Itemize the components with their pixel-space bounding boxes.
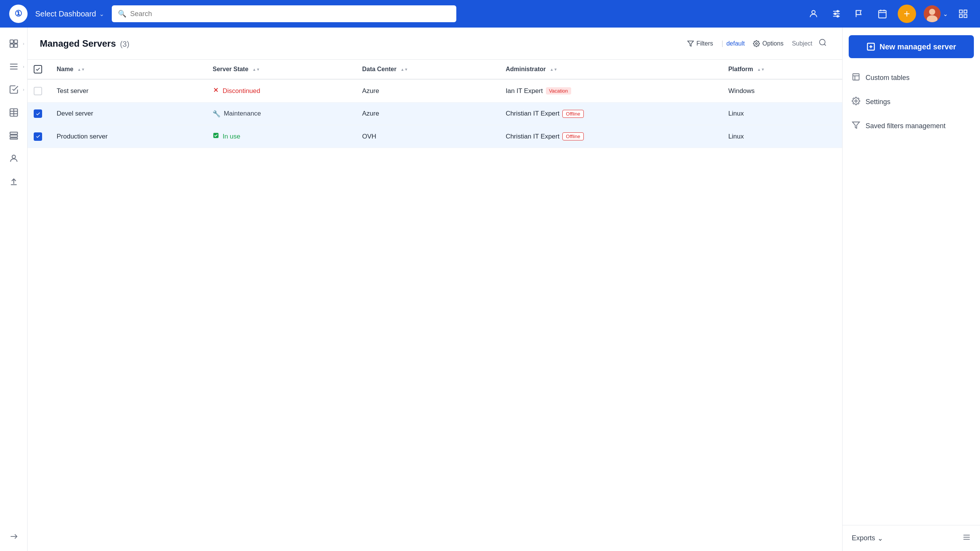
svg-rect-19 bbox=[10, 40, 13, 43]
row-admin: Christian IT ExpertOffline bbox=[500, 125, 722, 148]
select-all-header[interactable] bbox=[28, 60, 51, 79]
user-avatar-area[interactable]: ⌄ bbox=[924, 5, 948, 22]
sidebar-item-grid[interactable] bbox=[2, 103, 25, 122]
svg-rect-16 bbox=[964, 10, 967, 13]
subject-text: Subject bbox=[792, 40, 812, 47]
new-server-button[interactable]: New managed server bbox=[849, 35, 974, 58]
svg-marker-50 bbox=[853, 122, 859, 129]
saved-filters-item[interactable]: Saved filters management bbox=[843, 114, 980, 138]
row-admin: Christian IT ExpertOffline bbox=[500, 103, 722, 125]
filter-default[interactable]: default bbox=[726, 40, 745, 47]
sliders-icon[interactable] bbox=[829, 6, 844, 21]
table-header-row: Name ▲▼ Server State ▲▼ Data Center ▲▼ bbox=[28, 60, 842, 79]
svg-point-4 bbox=[837, 10, 838, 12]
expand-arrow-icon: › bbox=[23, 87, 24, 92]
expand-arrow-icon: › bbox=[23, 64, 24, 69]
dashboard-label: Select Dashboard bbox=[35, 10, 96, 18]
left-sidebar: › › › bbox=[0, 28, 28, 551]
svg-rect-15 bbox=[959, 10, 962, 13]
admin-column-header[interactable]: Administrator ▲▼ bbox=[500, 60, 722, 79]
admin-badge: Vacation bbox=[546, 87, 571, 95]
add-button[interactable]: + bbox=[898, 5, 916, 23]
sidebar-item-upload[interactable] bbox=[2, 171, 25, 191]
sidebar-item-stacked[interactable] bbox=[2, 126, 25, 145]
logo[interactable]: ① bbox=[9, 5, 28, 23]
svg-rect-17 bbox=[959, 15, 962, 18]
settings-item[interactable]: Settings bbox=[843, 90, 980, 114]
row-datacenter: Azure bbox=[356, 103, 500, 125]
svg-rect-18 bbox=[964, 15, 967, 18]
svg-point-37 bbox=[756, 42, 758, 44]
grid-icon[interactable] bbox=[956, 6, 971, 21]
sidebar-item-user[interactable] bbox=[2, 148, 25, 168]
svg-point-38 bbox=[820, 39, 825, 45]
select-all-checkbox[interactable] bbox=[34, 65, 42, 73]
state-icon bbox=[212, 132, 219, 141]
svg-point-13 bbox=[929, 9, 935, 15]
right-panel: New managed server Custom tables Setting… bbox=[842, 28, 980, 551]
sidebar-item-dashboard[interactable]: › bbox=[2, 34, 25, 54]
sidebar-item-list[interactable]: › bbox=[2, 57, 25, 77]
admin-badge: Offline bbox=[562, 132, 583, 140]
table-row: Test serverDiscontinuedAzureIan IT Exper… bbox=[28, 79, 842, 103]
main-layout: › › › Managed bbox=[0, 28, 980, 551]
row-platform: Linux bbox=[722, 103, 842, 125]
exports-button[interactable]: Exports ⌄ bbox=[852, 534, 883, 543]
flag-icon[interactable] bbox=[852, 6, 867, 21]
row-checkbox-cell[interactable] bbox=[28, 103, 51, 125]
row-checkbox-cell[interactable] bbox=[28, 125, 51, 148]
saved-filters-icon bbox=[852, 121, 860, 131]
row-checkbox-cell[interactable] bbox=[28, 79, 51, 103]
row-checkbox[interactable] bbox=[34, 132, 42, 141]
name-column-header[interactable]: Name ▲▼ bbox=[51, 60, 206, 79]
table-container: Name ▲▼ Server State ▲▼ Data Center ▲▼ bbox=[28, 60, 842, 148]
svg-rect-20 bbox=[14, 40, 18, 43]
row-datacenter: OVH bbox=[356, 125, 500, 148]
row-checkbox[interactable] bbox=[34, 87, 42, 95]
search-header-icon[interactable] bbox=[815, 35, 830, 52]
exports-chevron-icon: ⌄ bbox=[877, 534, 883, 543]
row-checkbox[interactable] bbox=[34, 109, 42, 118]
filters-button[interactable]: Filters bbox=[682, 37, 719, 50]
filter-separator: | bbox=[722, 39, 724, 47]
admin-name: Christian IT Expert bbox=[506, 133, 559, 140]
platform-column-header[interactable]: Platform ▲▼ bbox=[722, 60, 842, 79]
datacenter-column-header[interactable]: Data Center ▲▼ bbox=[356, 60, 500, 79]
row-datacenter: Azure bbox=[356, 79, 500, 103]
row-name: Production server bbox=[51, 125, 206, 148]
state-icon: 🔧 bbox=[212, 110, 220, 118]
avatar bbox=[924, 5, 941, 22]
collapse-panel-button[interactable] bbox=[962, 533, 971, 543]
sort-arrows-icon: ▲▼ bbox=[400, 67, 408, 72]
svg-rect-32 bbox=[10, 138, 18, 139]
search-input[interactable] bbox=[130, 10, 450, 18]
table-row: Devel server🔧MaintenanceAzureChristian I… bbox=[28, 103, 842, 125]
svg-point-6 bbox=[837, 15, 838, 17]
sidebar-expand-button[interactable] bbox=[2, 528, 25, 545]
avatar-chevron-icon: ⌄ bbox=[943, 10, 948, 18]
dashboard-selector[interactable]: Select Dashboard ⌄ bbox=[35, 10, 104, 18]
row-state: 🔧Maintenance bbox=[206, 103, 356, 125]
svg-rect-21 bbox=[10, 44, 13, 47]
nav-icons: + ⌄ bbox=[806, 5, 971, 23]
options-button[interactable]: Options bbox=[748, 37, 789, 50]
state-label: In use bbox=[222, 133, 240, 140]
search-bar[interactable]: 🔍 bbox=[112, 5, 456, 22]
sort-arrows-icon: ▲▼ bbox=[77, 67, 85, 72]
row-name: Devel server bbox=[51, 103, 206, 125]
count-badge: (3) bbox=[120, 40, 129, 48]
state-column-header[interactable]: Server State ▲▼ bbox=[206, 60, 356, 79]
servers-table: Name ▲▼ Server State ▲▼ Data Center ▲▼ bbox=[28, 60, 842, 148]
user-icon[interactable] bbox=[806, 6, 821, 21]
custom-tables-item[interactable]: Custom tables bbox=[843, 66, 980, 90]
svg-rect-30 bbox=[10, 132, 18, 134]
row-admin: Ian IT ExpertVacation bbox=[500, 79, 722, 103]
svg-point-33 bbox=[12, 155, 15, 158]
calendar-icon[interactable] bbox=[875, 6, 890, 21]
sort-arrows-icon: ▲▼ bbox=[252, 67, 260, 72]
search-icon: 🔍 bbox=[118, 10, 126, 18]
svg-line-39 bbox=[824, 44, 826, 46]
right-panel-bottom: Exports ⌄ bbox=[843, 525, 980, 551]
svg-point-49 bbox=[855, 100, 857, 102]
sidebar-item-tasks[interactable]: › bbox=[2, 80, 25, 99]
